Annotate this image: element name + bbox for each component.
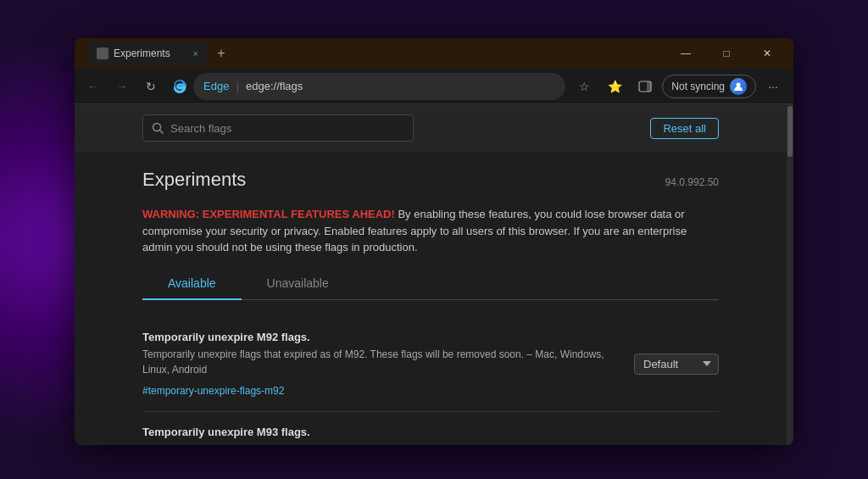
page-title: Experiments (142, 169, 246, 191)
minimize-button[interactable]: — (666, 40, 705, 67)
more-button[interactable]: ··· (760, 73, 787, 100)
flag-m92-desc: Temporarily unexpire flags that expired … (142, 347, 617, 377)
forward-button[interactable]: → (110, 75, 134, 98)
flag-m93-title: Temporarily unexpire M93 flags. (142, 426, 617, 438)
profile-avatar (730, 78, 747, 95)
scrollbar-thumb (787, 106, 793, 157)
edge-logo-icon (171, 78, 188, 95)
sidebar-icon[interactable] (632, 73, 659, 100)
back-button[interactable]: ← (81, 75, 105, 98)
tab-available[interactable]: Available (142, 268, 242, 300)
reset-all-button[interactable]: Reset all (650, 118, 719, 139)
search-area: Search flags Reset all (75, 104, 787, 152)
flag-item-m92-body: Temporarily unexpire M92 flags. Temporar… (142, 331, 617, 398)
flag-item-m92-header: Temporarily unexpire M92 flags. Temporar… (142, 331, 719, 398)
not-syncing-label: Not syncing (671, 81, 725, 92)
tab-close-button[interactable]: × (193, 48, 198, 58)
not-syncing-button[interactable]: Not syncing (662, 75, 756, 98)
toolbar-right: ☆ ⭐ Not syncing ··· (570, 73, 787, 100)
maximize-button[interactable]: □ (707, 40, 746, 67)
tab-favicon (97, 47, 108, 59)
flag-m92-select[interactable]: Default Enabled Disabled (634, 354, 719, 375)
tab-label: Experiments (114, 47, 170, 59)
warning-message: WARNING: EXPERIMENTAL FEATURES AHEAD! By… (142, 206, 719, 256)
flag-m92-title: Temporarily unexpire M92 flags. (142, 331, 617, 343)
flag-item-m93-body: Temporarily unexpire M93 flags. Temporar… (142, 426, 617, 446)
tab-unavailable[interactable]: Unavailable (242, 268, 354, 300)
svg-line-4 (160, 131, 164, 134)
refresh-button[interactable]: ↻ (139, 75, 163, 98)
search-flags-box[interactable]: Search flags (142, 114, 414, 142)
flag-item-m93: Temporarily unexpire M93 flags. Temporar… (142, 412, 719, 446)
flag-item-m92: Temporarily unexpire M92 flags. Temporar… (142, 317, 719, 412)
title-bar: Experiments × + — □ ✕ (75, 38, 793, 69)
url-divider: | (236, 80, 239, 93)
window-controls: — □ ✕ (666, 40, 787, 67)
edge-brand-label: Edge (203, 80, 229, 92)
svg-point-2 (737, 82, 741, 86)
new-tab-button[interactable]: + (210, 42, 232, 64)
main-content-area: Search flags Reset all Experiments 94.0.… (75, 104, 787, 445)
version-label: 94.0.992.50 (665, 176, 719, 188)
address-bar: ← → ↻ Edge | edge://flags ☆ ⭐ Not syncin… (75, 69, 793, 104)
browser-window: Experiments × + — □ ✕ ← → ↻ Edge | edge:… (75, 38, 793, 445)
favorites-icon[interactable]: ☆ (570, 73, 598, 100)
search-icon (152, 122, 164, 134)
search-placeholder: Search flags (170, 122, 231, 135)
flag-item-m93-header: Temporarily unexpire M93 flags. Temporar… (142, 426, 719, 446)
flag-m93-desc: Temporarily unexpire flags that expired … (142, 442, 617, 446)
experiments-tab[interactable]: Experiments × (88, 42, 207, 65)
url-text: edge://flags (246, 80, 303, 92)
close-button[interactable]: ✕ (748, 40, 787, 67)
flag-m92-link[interactable]: #temporary-unexpire-flags-m92 (142, 385, 284, 397)
url-bar[interactable]: Edge | edge://flags (193, 73, 565, 100)
collections-icon[interactable]: ⭐ (601, 73, 628, 100)
flags-tab-nav: Available Unavailable (142, 268, 719, 300)
tab-area: Experiments × + (88, 42, 666, 65)
flags-content-area: Experiments 94.0.992.50 WARNING: EXPERIM… (75, 152, 787, 445)
warning-prefix: WARNING: EXPERIMENTAL FEATURES AHEAD! (142, 208, 395, 220)
page-content: Search flags Reset all Experiments 94.0.… (75, 104, 793, 445)
svg-rect-1 (647, 81, 651, 92)
scrollbar[interactable] (787, 104, 793, 445)
